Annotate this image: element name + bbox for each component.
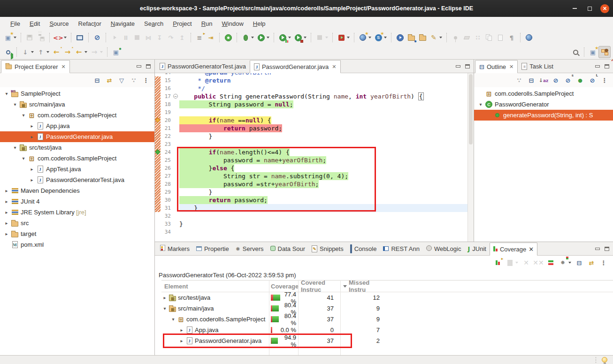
annotation-gutter[interactable] (155, 92, 161, 100)
code-line-31[interactable]: 31 } (155, 204, 467, 212)
bottom-tab-propertie[interactable]: Propertie (193, 242, 232, 255)
explorer-item-src[interactable]: ▸src (0, 218, 154, 228)
tree-expand-icon[interactable]: ▾ (11, 102, 19, 107)
bottom-tab-weblogic[interactable]: WebLogic (423, 242, 465, 255)
menu-source[interactable]: Source (45, 18, 73, 29)
view-menu-button[interactable]: ⋮ (599, 75, 610, 85)
tree-expand-icon[interactable]: ▸ (3, 231, 10, 236)
code-line-18[interactable]: 18 String password = null; (155, 100, 467, 108)
resume-button[interactable] (109, 31, 120, 44)
annotation-gutter[interactable] (155, 116, 161, 124)
profile-button[interactable] (336, 31, 351, 44)
java-perspective-button[interactable] (598, 46, 611, 58)
jpa-pen-button[interactable]: ✎ (428, 31, 444, 44)
tree-expand-icon[interactable]: ▾ (20, 113, 27, 118)
terminate-all-button[interactable] (314, 31, 329, 44)
annotation-gutter[interactable] (155, 164, 161, 172)
search-button[interactable] (570, 46, 581, 58)
fold-collapse-icon[interactable]: − (173, 94, 178, 99)
tree-expand-icon[interactable]: ▸ (3, 188, 10, 193)
tree-expand-icon[interactable]: ▸ (28, 167, 36, 172)
annotation-gutter[interactable] (155, 108, 161, 116)
bottom-tab-console[interactable]: Console (347, 242, 380, 255)
import-folder-button[interactable]: ● (406, 31, 417, 44)
tree-expand-icon[interactable]: ▸ (28, 123, 36, 129)
outline-item-generatepassword-string-int-s[interactable]: generatePassword(String, int) : S (474, 110, 613, 121)
working-sets-button[interactable]: ∵ (128, 75, 139, 85)
pin-button[interactable] (450, 31, 461, 44)
column-header-element[interactable]: Element (161, 283, 269, 290)
explorer-item-target[interactable]: ▸target (0, 228, 154, 239)
next-edit-location-button[interactable]: →* (62, 46, 73, 58)
focus-active-task-button[interactable]: ∵ (513, 75, 525, 85)
code-line-21[interactable]: 21 return password; (155, 124, 467, 132)
close-tab-icon[interactable]: ✕ (61, 64, 65, 70)
new-web-service-button[interactable]: ★ (357, 31, 373, 44)
tree-expand-icon[interactable]: ▸ (3, 220, 10, 226)
fold-gutter[interactable] (173, 116, 179, 124)
coverage-row-src-main-java[interactable]: ▾⊞src/main/java80.4 %379 (161, 303, 613, 314)
coverage-last-launch-button[interactable]: ▸ (492, 258, 503, 268)
tree-expand-icon[interactable]: ▸ (28, 177, 36, 182)
close-tab-icon[interactable]: ✕ (529, 246, 534, 253)
coverage-row-com.coderolls.sampleproject[interactable]: ▾⊞com.coderolls.SampleProject80.4 %379 (161, 314, 613, 325)
launch-history-button[interactable] (504, 258, 520, 268)
code-line-26[interactable]: 26 }else { (155, 164, 467, 172)
sort-button[interactable]: ↓az (538, 75, 549, 85)
merge-sessions-button[interactable] (545, 258, 556, 268)
bottom-tab-junit[interactable]: J✓JUnit (464, 242, 489, 255)
code-line-25[interactable]: 25 password = name+yearOfBirth; (155, 156, 467, 164)
code-line-22[interactable]: 22 } (155, 132, 467, 140)
menu-refactor[interactable]: Refactor (74, 18, 106, 29)
annotation-gutter[interactable] (155, 180, 161, 188)
annotation-gutter[interactable] (155, 124, 161, 132)
fold-gutter[interactable]: − (173, 92, 179, 100)
fold-gutter[interactable] (173, 220, 179, 228)
annotation-gutter[interactable] (155, 204, 161, 212)
fold-gutter[interactable] (173, 212, 179, 220)
javaee-wizard-button[interactable] (394, 31, 406, 44)
fold-gutter[interactable] (173, 180, 179, 188)
column-header-missed-instructions[interactable]: Missed Instru (340, 279, 387, 293)
explorer-item-com.coderolls.sampleproject[interactable]: ▾⊞com.coderolls.SampleProject (0, 110, 154, 121)
editor-scrollbar[interactable] (467, 73, 474, 242)
tree-expand-icon[interactable]: ▾ (11, 145, 19, 150)
explorer-item-src-test-java[interactable]: ▾⊞src/test/java (0, 142, 154, 153)
fold-gutter[interactable] (173, 132, 179, 140)
coverage-button[interactable] (277, 31, 292, 44)
annotation-gutter[interactable] (155, 220, 161, 228)
code-line-27[interactable]: 27 String str = name.substring(0, 4); (155, 172, 467, 180)
annotation-gutter[interactable] (155, 140, 161, 148)
annotation-gutter[interactable] (155, 76, 161, 84)
code-line-30[interactable]: 30 return password; (155, 196, 467, 204)
red-code-brackets-button[interactable]: <> (53, 31, 68, 44)
web-browser-button[interactable] (523, 31, 535, 44)
menu-window[interactable]: Window (217, 18, 248, 29)
hide-fields-button[interactable]: ⊘ (550, 75, 561, 85)
outline-tab-outline[interactable]: ⊟Outline✕ (475, 60, 518, 73)
fold-gutter[interactable] (173, 204, 179, 212)
cheatsheet-button[interactable]: ∷ (472, 31, 483, 44)
menu-help[interactable]: Help (248, 18, 270, 29)
explorer-item-passwordgenerator.java[interactable]: ▸JPasswordGenerator.java (0, 131, 154, 142)
close-tab-icon[interactable]: ✕ (509, 64, 513, 70)
tree-expand-icon[interactable]: ▸ (3, 210, 10, 215)
menu-navigate[interactable]: Navigate (106, 18, 139, 29)
menu-edit[interactable]: Edit (25, 18, 45, 29)
run-as-button[interactable] (292, 31, 308, 44)
explorer-tab-project-explorer[interactable]: Project Explorer✕ (1, 60, 70, 73)
tree-expand-icon[interactable]: ▾ (20, 156, 27, 161)
code-editor[interactable]: 14 * @param yearOfBirth15 * @return16 */… (155, 73, 474, 242)
tree-expand-icon[interactable]: ▸ (178, 327, 185, 333)
code-line-15[interactable]: 15 * @return (155, 76, 467, 84)
last-edit-location-button[interactable]: ←* (51, 46, 62, 58)
hide-non-public-button[interactable]: ● (575, 75, 586, 85)
code-line-33[interactable]: 33} (155, 220, 467, 228)
coverage-row-app.java[interactable]: ▸JApp.java0.0 %07 (161, 325, 613, 335)
bottom-tab-coverage[interactable]: Coverage✕ (490, 243, 537, 256)
code-line-17[interactable]: 17− public String generatePassword(Strin… (155, 92, 467, 100)
step-over-button[interactable]: ↷ (165, 31, 176, 44)
menu-project[interactable]: Project (168, 18, 196, 29)
collapse-all-button[interactable]: ⊟ (526, 75, 537, 85)
debug-button[interactable] (240, 31, 255, 44)
